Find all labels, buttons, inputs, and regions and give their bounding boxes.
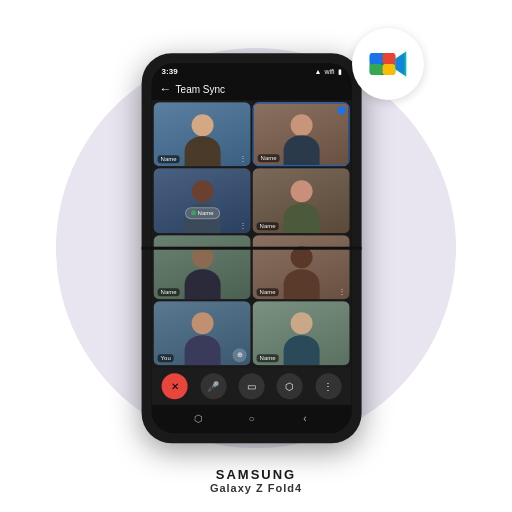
camera-button[interactable]: ▭	[239, 373, 265, 399]
back-nav-button[interactable]: ‹	[296, 409, 314, 427]
home-button[interactable]: ○	[243, 409, 261, 427]
samsung-model-name: Galaxy Z Fold4	[210, 482, 302, 494]
mute-button[interactable]: 🎤	[200, 373, 226, 399]
samsung-company-name: SAMSUNG	[210, 467, 302, 482]
meet-icon-button[interactable]	[352, 28, 424, 100]
cell-label-5: Name	[158, 288, 180, 296]
samsung-branding: SAMSUNG Galaxy Z Fold4	[210, 467, 302, 494]
video-cell-1[interactable]: Name ⋮	[154, 102, 251, 166]
svg-rect-5	[383, 64, 396, 75]
video-cell-8[interactable]: Name	[253, 301, 350, 365]
svg-rect-2	[370, 53, 383, 64]
pin-icon[interactable]: ⊕	[233, 348, 247, 362]
video-cell-5[interactable]: Name	[154, 235, 251, 299]
phone-device: 3:39 ▲ wifi ▮ ← Team Sync Name	[142, 53, 362, 443]
wifi-icon: wifi	[324, 68, 334, 75]
video-cell-2[interactable]: Name	[253, 102, 350, 166]
bottom-controls: ✕ 🎤 ▭ ⬡ ⋮	[152, 367, 352, 405]
phone-hinge	[142, 247, 362, 250]
more-options-button[interactable]: ⋮	[315, 373, 341, 399]
svg-rect-4	[370, 64, 383, 75]
status-time: 3:39	[162, 67, 178, 76]
svg-marker-6	[395, 53, 404, 75]
video-cell-3[interactable]: Name ⋮	[154, 168, 251, 232]
back-button[interactable]: ←	[160, 82, 172, 96]
cell-label-4: Name	[257, 222, 279, 230]
call-title: Team Sync	[176, 84, 225, 95]
video-cell-7[interactable]: You ⊕	[154, 301, 251, 365]
battery-icon: ▮	[338, 68, 342, 76]
cell-label-1: Name	[158, 155, 180, 163]
video-cell-6[interactable]: Name ⋮	[253, 235, 350, 299]
recent-apps-button[interactable]: ⬡	[189, 409, 207, 427]
top-bar: ← Team Sync	[152, 78, 352, 100]
cell-more-3[interactable]: ⋮	[239, 221, 247, 230]
status-icons: ▲ wifi ▮	[315, 68, 342, 76]
cell-label-8: Name	[257, 354, 279, 362]
cell-more-1[interactable]: ⋮	[239, 154, 247, 163]
share-button[interactable]: ⬡	[277, 373, 303, 399]
svg-rect-3	[383, 53, 396, 64]
signal-icon: ▲	[315, 68, 322, 75]
cell-badge-2	[338, 106, 346, 114]
name-chip-3: Name	[185, 207, 220, 219]
cell-label-6: Name	[257, 288, 279, 296]
status-bar: 3:39 ▲ wifi ▮	[152, 63, 352, 78]
you-label: You	[158, 354, 174, 362]
end-call-button[interactable]: ✕	[162, 373, 188, 399]
page-wrapper: 3:39 ▲ wifi ▮ ← Team Sync Name	[0, 0, 512, 512]
video-grid: Name ⋮ Name	[152, 100, 352, 367]
cell-more-6[interactable]: ⋮	[338, 287, 346, 296]
meet-logo-icon	[366, 42, 410, 86]
video-cell-4[interactable]: Name	[253, 168, 350, 232]
bottom-nav: ⬡ ○ ‹	[152, 405, 352, 433]
cell-label-2: Name	[258, 154, 280, 162]
